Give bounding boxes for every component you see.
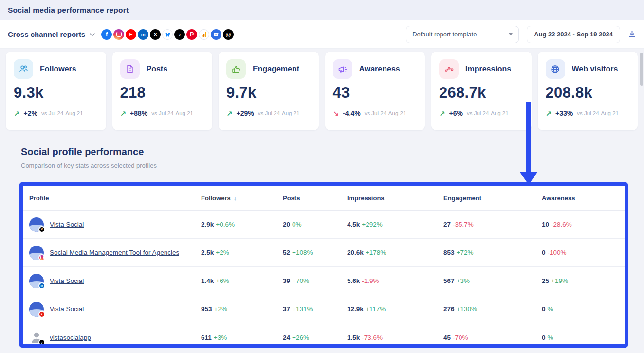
stat-cards: Followers 9.3k +2% vs Jul 24-Aug 21 Post… — [0, 49, 644, 130]
posts-delta: +70% — [292, 277, 309, 284]
report-type-dropdown[interactable]: Cross channel reports — [8, 30, 94, 38]
card-delta: +33% — [555, 109, 573, 117]
linkedin-icon[interactable]: in — [138, 29, 148, 40]
pinterest-glyph: P — [190, 31, 194, 38]
x-twitter-icon[interactable]: X — [150, 29, 161, 40]
tiktok-icon[interactable]: ♪ — [174, 29, 185, 40]
awareness-delta: -28.6% — [551, 221, 572, 228]
stat-card-engagement: Engagement 9.7k +29% vs Jul 24-Aug 21 — [219, 52, 319, 130]
followers-value: 2.5k — [201, 249, 214, 256]
posts-delta: 0% — [292, 221, 302, 228]
x-glyph: X — [154, 32, 157, 37]
card-delta: +88% — [130, 109, 147, 117]
column-header-profile[interactable]: Profile — [29, 194, 201, 202]
tiktok-glyph: ♪ — [178, 32, 181, 37]
card-label: Engagement — [253, 65, 299, 73]
column-header-followers[interactable]: Followers↓ — [201, 194, 283, 202]
profile-link[interactable]: vistasocialapp — [50, 334, 91, 341]
card-label: Posts — [147, 65, 168, 73]
google-business-icon[interactable] — [211, 29, 221, 40]
profile-link[interactable]: Vista Social — [50, 277, 84, 284]
stat-card-impressions: Impressions 268.7k +6% vs Jul 24-Aug 21 — [431, 52, 532, 130]
trend-arrow-icon — [226, 110, 233, 117]
profile-link[interactable]: Social Media Management Tool for Agencie… — [50, 249, 179, 256]
posts-value: 52 — [283, 249, 290, 256]
sort-desc-icon: ↓ — [234, 194, 237, 202]
impressions-value: 12.9k — [347, 305, 364, 313]
posts-icon — [120, 59, 140, 79]
engagement-delta: -35.7% — [453, 221, 474, 228]
card-compare: vs Jul 24-Aug 21 — [365, 110, 406, 116]
table-row: ♪ vistasocialapp 611+3% 24+26% 1.5k-73.6… — [23, 323, 625, 348]
engagement-delta: +3% — [457, 277, 470, 284]
followers-icon — [14, 59, 33, 79]
followers-value: 611 — [201, 334, 212, 341]
facebook-icon[interactable]: f — [101, 29, 112, 40]
card-delta: +2% — [24, 109, 37, 117]
awareness-delta: % — [548, 305, 553, 313]
youtube-badge-icon: ▶ — [38, 311, 45, 318]
table-row: in Vista Social 1.4k+6% 39+70% 5.6k-1.9%… — [23, 267, 625, 295]
threads-icon[interactable]: @ — [223, 29, 234, 40]
impressions-delta: -73.6% — [362, 334, 383, 341]
card-compare: vs Jul 24-Aug 21 — [577, 110, 619, 116]
followers-header-label: Followers — [201, 194, 231, 202]
awareness-delta: -100% — [548, 249, 567, 256]
avatar: in — [29, 274, 44, 288]
avatar: ▶ — [29, 302, 44, 317]
card-label: Awareness — [359, 65, 400, 73]
instagram-badge-icon — [38, 254, 45, 261]
card-value: 9.7k — [226, 84, 311, 102]
download-button[interactable] — [628, 30, 636, 38]
template-dropdown-value: Default report template — [412, 31, 509, 38]
impressions-delta: +117% — [366, 305, 386, 313]
youtube-glyph: ▶ — [129, 32, 132, 36]
posts-value: 20 — [283, 221, 290, 228]
profile-link[interactable]: Vista Social — [50, 221, 84, 228]
youtube-icon[interactable]: ▶ — [126, 29, 136, 40]
date-range-picker[interactable]: Aug 22 2024 - Sep 19 2024 — [527, 26, 620, 43]
avatar: X — [29, 217, 44, 232]
awareness-delta: +19% — [551, 277, 568, 284]
bluesky-icon[interactable] — [162, 29, 173, 40]
pinterest-icon[interactable]: P — [186, 29, 197, 40]
avatar — [29, 246, 44, 260]
column-header-engagement[interactable]: Engagement — [443, 194, 542, 202]
awareness-value: 0 — [542, 249, 546, 256]
profile-link[interactable]: Vista Social — [50, 305, 84, 313]
instagram-icon[interactable] — [113, 29, 124, 40]
template-dropdown[interactable]: Default report template — [406, 26, 519, 43]
channel-icons: f ▶ in X ♪ P @ — [101, 29, 234, 40]
column-header-awareness[interactable]: Awareness — [542, 194, 618, 202]
engagement-value: 853 — [443, 249, 455, 256]
impressions-value: 4.5k — [347, 221, 360, 228]
trend-arrow-icon — [120, 110, 127, 117]
stat-card-followers: Followers 9.3k +2% vs Jul 24-Aug 21 — [6, 52, 106, 130]
linkedin-glyph: in — [141, 32, 146, 37]
trend-arrow-icon — [546, 110, 552, 117]
column-header-posts[interactable]: Posts — [283, 194, 347, 202]
impressions-value: 20.6k — [347, 249, 364, 256]
linkedin-badge-icon: in — [38, 282, 45, 289]
card-value: 218 — [120, 84, 205, 102]
trend-arrow-icon — [333, 110, 339, 117]
awareness-value: 25 — [542, 277, 549, 284]
page-title: Social media performance report — [8, 6, 129, 15]
section-title: Social profile performance — [21, 146, 644, 158]
followers-value: 1.4k — [201, 277, 214, 284]
followers-value: 2.9k — [201, 221, 214, 228]
vertical-scrollbar[interactable] — [640, 53, 643, 86]
stat-card-awareness: Awareness 43 -4.4% vs Jul 24-Aug 21 — [325, 52, 425, 130]
trend-arrow-icon — [439, 110, 445, 117]
engagement-delta: +72% — [457, 249, 474, 256]
threads-glyph: @ — [226, 32, 231, 37]
column-header-impressions[interactable]: Impressions — [347, 194, 443, 202]
trend-arrow-icon — [14, 110, 20, 117]
card-value: 208.8k — [546, 84, 630, 102]
stat-card-posts: Posts 218 +88% vs Jul 24-Aug 21 — [112, 52, 213, 130]
card-value: 268.7k — [439, 84, 524, 102]
chevron-down-icon — [90, 33, 94, 36]
google-analytics-icon[interactable] — [199, 29, 209, 40]
followers-delta: +2% — [214, 305, 227, 313]
card-compare: vs Jul 24-Aug 21 — [41, 110, 83, 116]
